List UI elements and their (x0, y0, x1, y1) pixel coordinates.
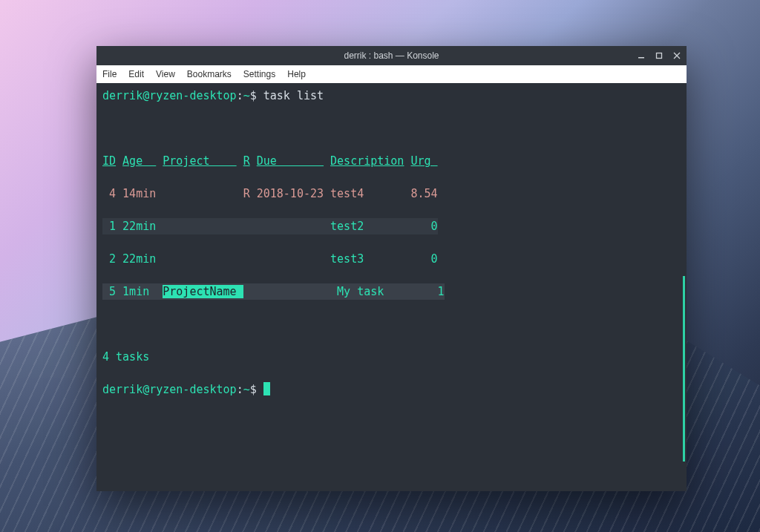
prompt-symbol: $ (250, 89, 257, 102)
table-row: 5 1min ProjectName My task 1 (102, 283, 681, 300)
table-row: 4 14min R 2018-10-23 test4 8.54 (102, 185, 681, 202)
prompt-line-1: derrik@ryzen-desktop:~$ task list (102, 88, 681, 104)
window-titlebar[interactable]: derrik : bash — Konsole (96, 46, 687, 65)
col-due: Due (257, 154, 324, 168)
svg-rect-0 (638, 57, 644, 59)
terminal-viewport[interactable]: derrik@ryzen-desktop:~$ task list ID Age… (96, 83, 687, 491)
table-row: 1 22min test2 0 (102, 218, 681, 234)
window-controls (636, 46, 682, 65)
summary-line: 4 tasks (102, 349, 681, 365)
blank-line (102, 120, 681, 137)
prompt-path: ~ (243, 89, 250, 102)
col-r: R (243, 154, 250, 168)
svg-rect-1 (657, 53, 662, 59)
col-id: ID (102, 154, 116, 168)
project-highlight: ProjectName (163, 285, 243, 298)
menu-bookmarks[interactable]: Bookmarks (187, 69, 232, 79)
menu-view[interactable]: View (156, 69, 175, 79)
prompt-line-2: derrik@ryzen-desktop:~$ (102, 381, 681, 398)
command-text: task list (263, 89, 324, 102)
menu-file[interactable]: File (102, 69, 117, 79)
close-button[interactable] (672, 50, 682, 61)
terminal-scrollbar[interactable] (683, 276, 685, 462)
col-description: Description (330, 154, 404, 168)
prompt-user-host: derrik@ryzen-desktop (102, 89, 237, 102)
table-row: 2 22min test3 0 (102, 251, 681, 267)
window-title: derrik : bash — Konsole (344, 50, 439, 61)
menubar: File Edit View Bookmarks Settings Help (96, 65, 687, 83)
maximize-button[interactable] (654, 50, 664, 61)
col-age: Age (122, 154, 156, 168)
konsole-window: derrik : bash — Konsole File Edit View B… (96, 46, 687, 491)
table-header: ID Age Project R Due Description Urg (102, 153, 681, 169)
col-urg: Urg (410, 154, 437, 168)
cursor-icon (263, 382, 270, 395)
menu-settings[interactable]: Settings (243, 69, 275, 79)
col-project: Project (163, 154, 236, 168)
blank-line (102, 316, 681, 332)
menu-help[interactable]: Help (287, 69, 306, 79)
prompt-separator: : (237, 89, 243, 102)
minimize-button[interactable] (636, 50, 646, 61)
menu-edit[interactable]: Edit (128, 69, 144, 79)
